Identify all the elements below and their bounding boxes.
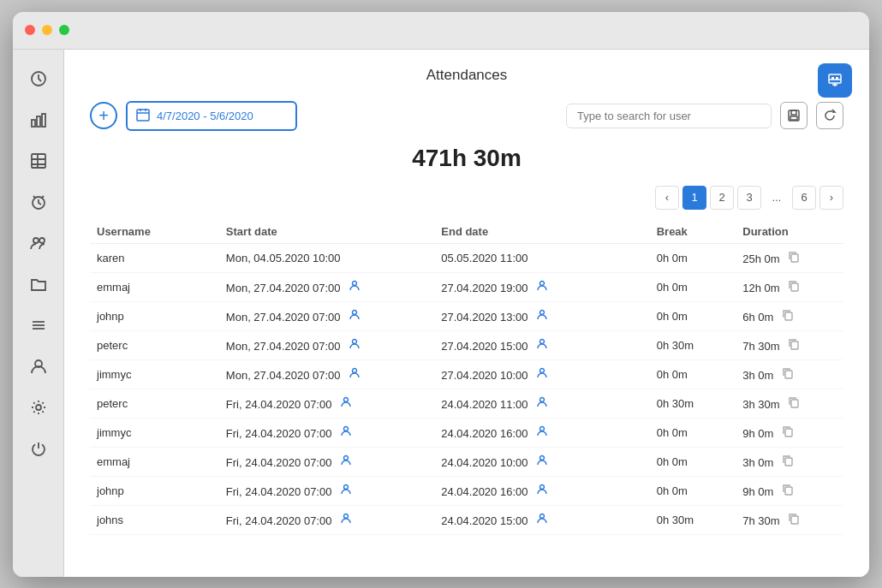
sidebar-icon-alarm[interactable] bbox=[23, 187, 54, 217]
refresh-button[interactable] bbox=[816, 102, 843, 129]
end-user-icon[interactable] bbox=[536, 456, 548, 469]
export-button[interactable] bbox=[818, 63, 852, 98]
copy-icon[interactable] bbox=[782, 456, 794, 469]
content-area: Attendances + bbox=[64, 50, 869, 577]
cell-username: peterc bbox=[90, 330, 219, 359]
table-row: jimmyc Fri, 24.04.2020 07:00 24.04.2020 … bbox=[90, 418, 843, 447]
svg-point-48 bbox=[540, 455, 545, 460]
pagination: ‹ 1 2 3 ... 6 › bbox=[90, 186, 843, 210]
copy-icon[interactable] bbox=[782, 427, 794, 440]
svg-point-32 bbox=[353, 310, 357, 314]
cell-enddate: 27.04.2020 15:00 bbox=[434, 330, 649, 359]
sidebar-icon-clock[interactable] bbox=[23, 63, 54, 94]
table-row: jimmyc Mon, 27.04.2020 07:00 27.04.2020 … bbox=[90, 359, 843, 389]
start-user-icon[interactable] bbox=[349, 340, 361, 353]
svg-point-29 bbox=[353, 281, 357, 285]
cell-startdate: Fri, 24.04.2020 07:00 bbox=[219, 447, 434, 476]
sidebar-icon-folder[interactable] bbox=[23, 269, 54, 300]
svg-point-17 bbox=[36, 405, 41, 410]
cell-startdate: Fri, 24.04.2020 07:00 bbox=[219, 505, 434, 534]
sidebar-icon-group[interactable] bbox=[23, 228, 54, 258]
toolbar-right bbox=[566, 102, 843, 129]
copy-icon[interactable] bbox=[788, 398, 800, 411]
sidebar-icon-person[interactable] bbox=[23, 351, 54, 382]
end-user-icon[interactable] bbox=[536, 340, 548, 353]
total-hours: 471h 30m bbox=[90, 145, 843, 172]
table-row: johnp Mon, 27.04.2020 07:00 27.04.2020 1… bbox=[90, 301, 843, 330]
svg-rect-26 bbox=[791, 110, 796, 115]
cell-enddate: 24.04.2020 11:00 bbox=[434, 389, 649, 418]
svg-point-38 bbox=[353, 368, 357, 372]
cell-duration: 7h 30m bbox=[736, 505, 843, 534]
start-user-icon[interactable] bbox=[340, 427, 352, 440]
toolbar: + 4/7/2020 - 5/6/2020 bbox=[90, 101, 843, 131]
copy-icon[interactable] bbox=[782, 485, 794, 498]
copy-icon[interactable] bbox=[788, 282, 800, 294]
svg-rect-21 bbox=[137, 110, 149, 121]
svg-point-12 bbox=[39, 238, 45, 243]
svg-point-53 bbox=[344, 514, 349, 518]
copy-icon[interactable] bbox=[788, 252, 800, 265]
svg-rect-3 bbox=[42, 114, 45, 127]
date-range-picker[interactable]: 4/7/2020 - 5/6/2020 bbox=[126, 101, 297, 131]
start-user-icon[interactable] bbox=[349, 282, 361, 294]
svg-point-36 bbox=[540, 339, 545, 343]
cell-enddate: 05.05.2020 11:00 bbox=[434, 243, 649, 272]
end-user-icon[interactable] bbox=[536, 398, 548, 411]
start-user-icon[interactable] bbox=[349, 311, 361, 324]
svg-rect-52 bbox=[785, 487, 792, 495]
end-user-icon[interactable] bbox=[536, 369, 548, 382]
svg-rect-28 bbox=[791, 254, 798, 262]
save-button[interactable] bbox=[780, 102, 808, 129]
cell-duration: 3h 0m bbox=[736, 447, 843, 476]
svg-rect-2 bbox=[37, 116, 40, 127]
cell-enddate: 27.04.2020 10:00 bbox=[434, 359, 649, 389]
end-user-icon[interactable] bbox=[536, 514, 548, 527]
cell-break: 0h 30m bbox=[650, 330, 736, 359]
copy-icon[interactable] bbox=[782, 369, 794, 382]
cell-username: karen bbox=[90, 243, 219, 272]
end-user-icon[interactable] bbox=[536, 282, 548, 294]
cell-startdate: Fri, 24.04.2020 07:00 bbox=[219, 476, 434, 505]
svg-line-10 bbox=[42, 196, 44, 198]
search-input[interactable] bbox=[566, 104, 772, 128]
prev-page-button[interactable]: ‹ bbox=[655, 186, 679, 210]
page-2-button[interactable]: 2 bbox=[710, 186, 734, 210]
minimize-button[interactable] bbox=[42, 25, 52, 35]
svg-point-35 bbox=[353, 339, 357, 343]
start-user-icon[interactable] bbox=[340, 514, 352, 527]
sidebar-icon-table[interactable] bbox=[23, 146, 54, 176]
start-user-icon[interactable] bbox=[340, 456, 352, 469]
svg-rect-34 bbox=[785, 312, 792, 320]
end-user-icon[interactable] bbox=[536, 427, 548, 440]
svg-point-41 bbox=[344, 397, 349, 401]
table-row: johns Fri, 24.04.2020 07:00 24.04.2020 1… bbox=[90, 505, 843, 534]
cell-duration: 3h 30m bbox=[736, 389, 843, 418]
copy-icon[interactable] bbox=[788, 340, 800, 353]
sidebar-icon-list[interactable] bbox=[23, 310, 54, 341]
cell-duration: 6h 0m bbox=[736, 301, 843, 330]
table-row: johnp Fri, 24.04.2020 07:00 24.04.2020 1… bbox=[90, 476, 843, 505]
col-header-username: Username bbox=[90, 220, 219, 244]
start-user-icon[interactable] bbox=[349, 369, 361, 382]
sidebar-icon-settings[interactable] bbox=[23, 392, 54, 423]
close-button[interactable] bbox=[25, 25, 35, 35]
end-user-icon[interactable] bbox=[536, 311, 548, 324]
cell-break: 0h 0m bbox=[650, 418, 736, 447]
cell-username: johnp bbox=[90, 301, 219, 330]
sidebar-icon-power[interactable] bbox=[23, 433, 54, 464]
page-6-button[interactable]: 6 bbox=[792, 186, 816, 210]
end-user-icon[interactable] bbox=[536, 485, 548, 498]
copy-icon[interactable] bbox=[788, 514, 800, 527]
copy-icon[interactable] bbox=[782, 311, 794, 324]
sidebar-icon-chart[interactable] bbox=[23, 104, 54, 135]
svg-line-9 bbox=[33, 196, 35, 198]
maximize-button[interactable] bbox=[59, 25, 69, 35]
add-button[interactable]: + bbox=[90, 102, 117, 129]
svg-point-47 bbox=[344, 455, 349, 460]
page-3-button[interactable]: 3 bbox=[737, 186, 761, 210]
next-page-button[interactable]: › bbox=[819, 186, 843, 210]
page-1-button[interactable]: 1 bbox=[682, 186, 706, 210]
start-user-icon[interactable] bbox=[340, 398, 352, 411]
start-user-icon[interactable] bbox=[340, 485, 352, 498]
